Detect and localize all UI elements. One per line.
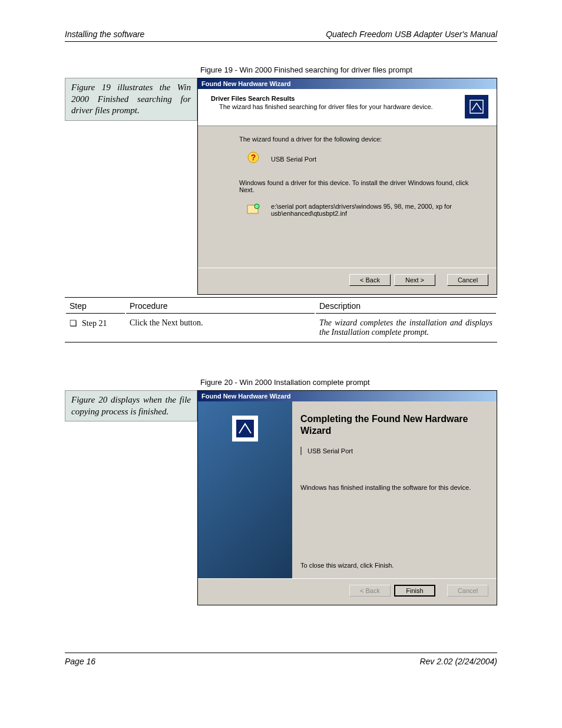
back-button[interactable]: < Back xyxy=(349,274,391,286)
wizard-19-buttons: < Back Next > Cancel xyxy=(198,268,497,294)
step-table: Step Procedure Description ❏Step 21 Clic… xyxy=(65,297,497,342)
wizard-20-titlebar: Found New Hardware Wizard xyxy=(198,391,497,401)
step-number: Step 21 xyxy=(82,319,107,328)
step-description: The wizard completes the installation an… xyxy=(316,315,496,341)
wizard-19-inf-row: e:\serial port adapters\drivers\windows … xyxy=(245,202,473,218)
figure-19-row: Figure 19 illustrates the Win 2000 Finis… xyxy=(65,78,497,295)
finish-button[interactable]: Finish xyxy=(394,585,435,597)
figure-19-margin-note: Figure 19 illustrates the Win 2000 Finis… xyxy=(65,78,197,121)
cancel-button: Cancel xyxy=(447,585,488,597)
figure-20-margin-note: Figure 20 displays when the file copying… xyxy=(65,390,197,421)
wizard-19-heading-bold: Driver Files Search Results xyxy=(211,95,295,102)
wizard-20-device-name: USB Serial Port xyxy=(308,447,353,454)
wizard-19-body2: Windows found a driver for this device. … xyxy=(239,179,473,193)
figure-20-row: Figure 20 displays when the file copying… xyxy=(65,390,497,605)
next-button[interactable]: Next > xyxy=(394,274,435,286)
footer-left: Page 16 xyxy=(65,657,95,666)
wizard-20-main: Completing the Found New Hardware Wizard… xyxy=(292,401,497,578)
inf-file-icon xyxy=(245,202,262,218)
svg-point-4 xyxy=(254,204,259,209)
page-header: Installing the software Quatech Freedom … xyxy=(65,29,497,39)
svg-text:?: ? xyxy=(251,153,256,162)
wizard-19: Found New Hardware Wizard Driver Files S… xyxy=(197,78,497,295)
wizard-20-buttons: < Back Finish Cancel xyxy=(198,578,497,605)
desc-col-header: Description xyxy=(316,299,496,314)
header-rule xyxy=(65,41,497,42)
page-footer: Page 16 Rev 2.02 (2/24/2004) xyxy=(65,653,497,666)
wizard-20-heading: Completing the Found New Hardware Wizard xyxy=(300,413,486,437)
wizard-20-body-text: Windows has finished installing the soft… xyxy=(300,484,486,491)
wizard-19-inf-path: e:\serial port adapters\drivers\windows … xyxy=(271,203,465,217)
wizard-19-header-text: Driver Files Search Results The wizard h… xyxy=(211,95,433,110)
wizard-20-body: Completing the Found New Hardware Wizard… xyxy=(198,401,497,578)
step-procedure: Click the Next button. xyxy=(126,315,315,341)
question-icon: ? xyxy=(245,151,262,167)
back-button: < Back xyxy=(349,585,391,597)
step-col-header: Step xyxy=(66,299,125,314)
wizard-19-body1: The wizard found a driver for the follow… xyxy=(239,136,473,143)
table-row: ❏Step 21 Click the Next button. The wiza… xyxy=(66,315,496,341)
hardware-icon xyxy=(232,416,258,442)
hardware-icon xyxy=(465,95,488,118)
figure-20-caption: Figure 20 - Win 2000 Installation comple… xyxy=(200,378,497,387)
figure-19-caption: Figure 19 - Win 2000 Finished searching … xyxy=(200,65,497,74)
step-table-header: Step Procedure Description xyxy=(66,299,496,314)
footer-right: Rev 2.02 (2/24/2004) xyxy=(419,657,497,666)
wizard-19-heading-sub: The wizard has finished searching for dr… xyxy=(211,103,433,110)
proc-col-header: Procedure xyxy=(126,299,315,314)
step-number-cell: ❏Step 21 xyxy=(66,315,125,341)
wizard-19-header: Driver Files Search Results The wizard h… xyxy=(198,89,497,126)
diamond-icon xyxy=(300,447,302,454)
checkbox-icon[interactable]: ❏ xyxy=(70,318,77,328)
svg-rect-5 xyxy=(236,420,254,437)
svg-rect-0 xyxy=(470,100,483,113)
wizard-20: Found New Hardware Wizard Completing the… xyxy=(197,390,497,605)
wizard-19-titlebar: Found New Hardware Wizard xyxy=(198,78,497,89)
header-left: Installing the software xyxy=(65,29,144,39)
wizard-19-body: The wizard found a driver for the follow… xyxy=(198,126,497,268)
header-right: Quatech Freedom USB Adapter User's Manua… xyxy=(326,29,497,39)
wizard-20-close-hint: To close this wizard, click Finish. xyxy=(300,562,486,569)
wizard-20-device-row: USB Serial Port xyxy=(300,447,486,454)
wizard-20-sidebar xyxy=(198,401,292,578)
cancel-button[interactable]: Cancel xyxy=(447,274,488,286)
wizard-19-device-name: USB Serial Port xyxy=(271,156,316,163)
wizard-19-device-row: ? USB Serial Port xyxy=(245,151,473,167)
